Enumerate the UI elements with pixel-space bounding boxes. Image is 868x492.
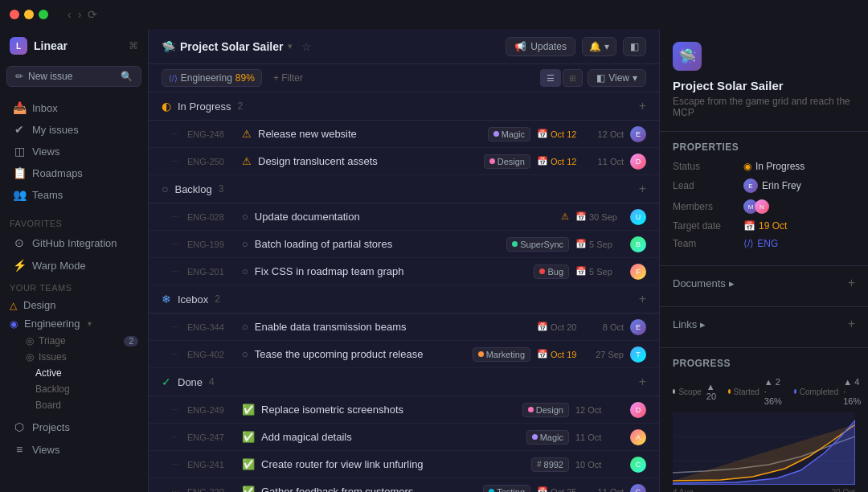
- group-header-icebox[interactable]: ❄ Icebox 2 +: [149, 285, 659, 314]
- minimize-btn[interactable]: [24, 10, 34, 19]
- issue-tag[interactable]: Design: [484, 154, 530, 169]
- drag-handle-icon[interactable]: ⋯: [171, 350, 179, 359]
- forward-button[interactable]: ›: [78, 8, 82, 21]
- new-issue-button[interactable]: ✏ New issue 🔍: [6, 66, 141, 87]
- issue-tag[interactable]: Testing: [483, 485, 530, 493]
- drag-handle-icon[interactable]: ⋯: [171, 487, 179, 492]
- date-value: 5 Sep: [589, 240, 612, 249]
- team-design[interactable]: △ Design: [0, 296, 148, 314]
- drag-handle-icon[interactable]: ⋯: [171, 460, 179, 469]
- maximize-btn[interactable]: [39, 10, 48, 19]
- project-chevron-icon: ▾: [288, 42, 292, 51]
- table-row[interactable]: ⋯ ENG-201 ○ Fix CSS in roadmap team grap…: [149, 258, 659, 285]
- issue-title: Enable data transmission beams: [255, 321, 530, 333]
- tag-label: Magic: [540, 433, 563, 442]
- members-value[interactable]: M N: [743, 199, 766, 214]
- sidebar-item-active[interactable]: Active: [0, 365, 148, 381]
- sidebar-item-triage[interactable]: ◎ Triage 2: [0, 333, 148, 349]
- icebox-add-button[interactable]: +: [639, 292, 646, 306]
- grid-view-button[interactable]: ⊞: [563, 69, 583, 87]
- logo-icon: L: [10, 37, 27, 55]
- close-btn[interactable]: [10, 10, 19, 19]
- links-title[interactable]: Links ▸: [673, 318, 706, 330]
- engineering-filter[interactable]: ⟨/⟩ Engineering 89%: [162, 69, 262, 87]
- history-button[interactable]: ⟳: [88, 8, 97, 21]
- team-text: ENG: [757, 238, 778, 249]
- in-progress-label: In Progress: [178, 100, 231, 113]
- drag-handle-icon[interactable]: ⋯: [171, 433, 179, 441]
- issue-tag[interactable]: Magic: [488, 127, 530, 141]
- sidebar-item-issues[interactable]: ◎ Issues: [0, 349, 148, 365]
- sidebar-item-github[interactable]: ⊙ GitHub Integration: [3, 232, 145, 253]
- table-row[interactable]: ⋯ ENG-199 ○ Batch loading of partial sto…: [149, 231, 659, 258]
- table-row[interactable]: ⋯ ENG-028 ○ Update documentation ⚠ 📅 30 …: [149, 203, 659, 231]
- documents-title[interactable]: Documents ▸: [673, 277, 735, 289]
- group-header-in-progress[interactable]: ◐ In Progress 2 +: [149, 92, 659, 121]
- table-row[interactable]: ⋯ ENG-241 ✅ Create router for view link …: [149, 451, 659, 478]
- sidebar: L Linear ⌘ ✏ New issue 🔍 📥 Inbox ✔ My is…: [0, 29, 149, 492]
- group-header-backlog[interactable]: ○ Backlog 3 +: [149, 175, 659, 203]
- documents-add-button[interactable]: +: [848, 276, 855, 290]
- issue-tag[interactable]: SuperSync: [506, 237, 569, 252]
- lead-name: Erin Frey: [762, 180, 801, 191]
- notification-button[interactable]: 🔔 ▾: [582, 37, 616, 56]
- sidebar-item-board[interactable]: Board: [0, 397, 148, 413]
- drag-handle-icon[interactable]: ⋯: [171, 129, 179, 138]
- done-add-button[interactable]: +: [639, 375, 646, 389]
- table-row[interactable]: ⋯ ENG-344 ○ Enable data transmission bea…: [149, 314, 659, 341]
- rp-members-row: Members M N: [673, 199, 855, 214]
- sidebar-item-views-bottom[interactable]: ≡ Views: [3, 439, 145, 460]
- sidebar-item-roadmaps[interactable]: 📋 Roadmaps: [3, 162, 145, 183]
- table-row[interactable]: ⋯ ENG-249 ✅ Replace isometric screenshot…: [149, 396, 659, 424]
- drag-handle-icon[interactable]: ⋯: [171, 405, 179, 414]
- star-icon[interactable]: ☆: [301, 40, 312, 53]
- documents-label: Documents: [673, 277, 726, 289]
- links-add-button[interactable]: +: [848, 317, 855, 331]
- team-engineering[interactable]: ◉ Engineering ▾: [0, 314, 148, 333]
- drag-handle-icon[interactable]: ⋯: [171, 212, 179, 221]
- issue-tag[interactable]: # 8992: [531, 457, 569, 472]
- team-value[interactable]: ⟨/⟩ ENG: [743, 238, 778, 249]
- issue-tag[interactable]: Bug: [534, 264, 569, 279]
- table-row[interactable]: ⋯ ENG-402 ○ Tease the upcoming product r…: [149, 341, 659, 368]
- sidebar-item-inbox[interactable]: 📥 Inbox: [3, 97, 145, 118]
- drag-handle-icon[interactable]: ⋯: [171, 267, 179, 276]
- back-button[interactable]: ‹: [68, 8, 72, 21]
- drag-handle-icon[interactable]: ⋯: [171, 322, 179, 331]
- group-header-done[interactable]: ✓ Done 4 +: [149, 368, 659, 396]
- avatar: E: [630, 126, 646, 142]
- tag-label: Testing: [497, 487, 525, 493]
- documents-chevron: ▸: [729, 277, 735, 289]
- table-row[interactable]: ⋯ ENG-250 ⚠ Design translucent assets De…: [149, 148, 659, 175]
- view-options-button[interactable]: ◧ View ▾: [588, 69, 646, 87]
- table-row[interactable]: ⋯ ENG-247 ✅ Add magical details Magic 11…: [149, 424, 659, 451]
- search-icon[interactable]: 🔍: [121, 71, 133, 82]
- sidebar-item-myissues[interactable]: ✔ My issues: [3, 119, 145, 140]
- sidebar-item-teams[interactable]: 👥 Teams: [3, 184, 145, 205]
- status-icon: ○: [242, 348, 248, 360]
- app-header[interactable]: L Linear ⌘: [0, 29, 148, 63]
- add-filter-button[interactable]: + Filter: [268, 70, 308, 86]
- project-title[interactable]: 🛸 Project Solar Sailer ▾: [162, 40, 292, 53]
- display-button[interactable]: ◧: [623, 37, 646, 56]
- status-value[interactable]: ◉ In Progress: [743, 161, 805, 172]
- in-progress-add-button[interactable]: +: [639, 99, 646, 113]
- sidebar-item-views[interactable]: ◫ Views: [3, 141, 145, 162]
- issue-tag[interactable]: Magic: [526, 430, 569, 445]
- table-row[interactable]: ⋯ ENG-248 ⚠ Release new website Magic 📅 …: [149, 121, 659, 148]
- issue-date: 📅 Oct 20: [537, 322, 585, 332]
- issue-tag[interactable]: Marketing: [473, 347, 530, 362]
- sidebar-item-warp[interactable]: ⚡ Warp Mode: [3, 255, 145, 276]
- issue-tag[interactable]: Design: [522, 403, 569, 417]
- sidebar-item-projects[interactable]: ⬡ Projects: [3, 416, 145, 437]
- sidebar-item-backlog[interactable]: Backlog: [0, 381, 148, 397]
- backlog-add-button[interactable]: +: [639, 182, 646, 196]
- chart-date-end: 20 Oct: [832, 488, 855, 492]
- table-row[interactable]: ⋯ ENG-220 ✅ Gather feedback from custome…: [149, 478, 659, 492]
- list-view-button[interactable]: ☰: [540, 69, 561, 87]
- target-date-value[interactable]: 📅 19 Oct: [743, 220, 787, 232]
- updates-button[interactable]: 📢 Updates: [506, 37, 575, 56]
- lead-value[interactable]: E Erin Frey: [743, 178, 801, 193]
- drag-handle-icon[interactable]: ⋯: [171, 157, 179, 166]
- drag-handle-icon[interactable]: ⋯: [171, 240, 179, 248]
